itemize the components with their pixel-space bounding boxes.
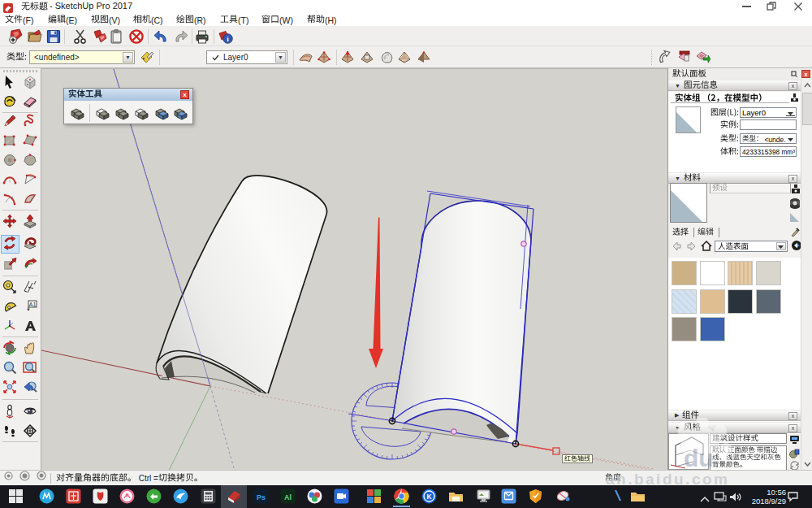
svg-text:K: K [426, 493, 432, 501]
svg-text:Ps: Ps [257, 493, 266, 501]
svg-text:A1: A1 [29, 302, 37, 307]
svg-text:Al: Al [284, 493, 292, 501]
